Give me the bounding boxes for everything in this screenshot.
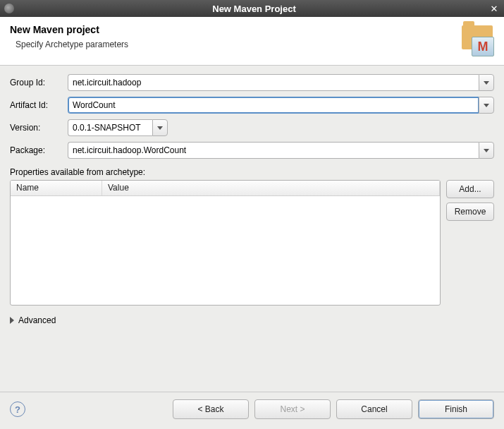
titlebar: New Maven Project ✕	[0, 0, 504, 17]
properties-table[interactable]: Name Value	[10, 180, 441, 306]
content-area: Group Id: Artifact Id: Version: Package:	[0, 66, 504, 392]
package-combo[interactable]	[68, 142, 494, 159]
package-input[interactable]	[68, 142, 479, 159]
version-dropdown-button[interactable]	[152, 119, 168, 136]
version-label: Version:	[10, 123, 68, 133]
column-header-name[interactable]: Name	[11, 181, 102, 195]
help-icon[interactable]: ?	[10, 401, 25, 417]
page-title: New Maven project	[10, 24, 460, 35]
app-icon	[4, 4, 14, 13]
properties-label: Properties available from archetype:	[10, 167, 494, 177]
dialog-window: New Maven project Specify Archetype para…	[0, 17, 504, 429]
package-dropdown-button[interactable]	[479, 142, 494, 159]
group-id-combo[interactable]	[68, 74, 494, 91]
group-id-dropdown-button[interactable]	[479, 74, 494, 91]
maven-folder-icon: M	[460, 24, 494, 55]
window-title: New Maven Project	[20, 4, 488, 14]
table-header: Name Value	[11, 181, 440, 196]
chevron-down-icon	[157, 126, 163, 130]
next-button[interactable]: Next >	[254, 399, 331, 419]
advanced-toggle[interactable]: Advanced	[10, 315, 56, 325]
add-button[interactable]: Add...	[446, 180, 494, 198]
back-button[interactable]: < Back	[173, 399, 249, 419]
cancel-button[interactable]: Cancel	[336, 399, 412, 419]
chevron-down-icon	[484, 81, 489, 85]
close-icon[interactable]: ✕	[488, 3, 500, 14]
artifact-id-combo[interactable]	[68, 97, 494, 114]
artifact-id-dropdown-button[interactable]	[479, 97, 494, 114]
column-header-value[interactable]: Value	[102, 181, 440, 195]
version-combo[interactable]	[68, 119, 168, 136]
group-id-input[interactable]	[68, 74, 479, 91]
finish-button[interactable]: Finish	[418, 399, 494, 419]
chevron-down-icon	[484, 104, 489, 107]
advanced-label: Advanced	[18, 315, 56, 325]
page-subtitle: Specify Archetype parameters	[16, 40, 460, 49]
remove-button[interactable]: Remove	[446, 203, 494, 221]
artifact-id-label: Artifact Id:	[10, 100, 68, 110]
package-label: Package:	[10, 145, 68, 155]
expand-icon	[10, 317, 14, 324]
artifact-id-input[interactable]	[68, 97, 479, 114]
chevron-down-icon	[484, 149, 489, 152]
footer: ? < Back Next > Cancel Finish	[0, 392, 504, 429]
version-input[interactable]	[68, 119, 152, 136]
group-id-label: Group Id:	[10, 78, 68, 87]
banner: New Maven project Specify Archetype para…	[0, 17, 504, 66]
